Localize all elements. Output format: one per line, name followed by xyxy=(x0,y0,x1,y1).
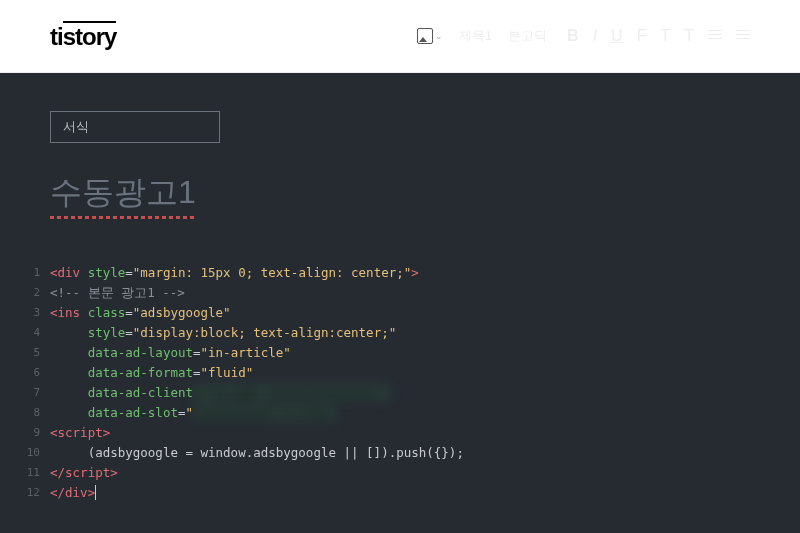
line-number: 11 xyxy=(24,463,50,483)
line-number: 12 xyxy=(24,483,50,503)
align-icon[interactable] xyxy=(708,30,722,42)
list-icon[interactable] xyxy=(736,30,750,42)
italic-button[interactable]: I xyxy=(593,27,597,45)
line-number: 9 xyxy=(24,423,50,443)
code-line[interactable]: 11</script> xyxy=(24,463,750,483)
code-line[interactable]: 8 data-ad-slot="xxxxxxxxxx"></ins> xyxy=(24,403,750,423)
code-line[interactable]: 1<div style="margin: 15px 0; text-align:… xyxy=(24,263,750,283)
code-line[interactable]: 4 style="display:block; text-align:cente… xyxy=(24,323,750,343)
format-button-1[interactable]: F xyxy=(637,27,647,45)
page-title[interactable]: 수동광고1 xyxy=(50,171,196,215)
line-number: 2 xyxy=(24,283,50,303)
code-line[interactable]: 9<script> xyxy=(24,423,750,443)
header: tistory ⌄ 제목1 본고딕 B I U F T T xyxy=(0,0,800,73)
line-number: 6 xyxy=(24,363,50,383)
code-line[interactable]: 10 (adsbygoogle = window.adsbygoogle || … xyxy=(24,443,750,463)
heading-select[interactable]: 제목1 xyxy=(459,27,492,45)
font-select[interactable]: 본고딕 xyxy=(508,27,547,45)
line-number: 3 xyxy=(24,303,50,323)
line-number: 8 xyxy=(24,403,50,423)
logo[interactable]: tistory xyxy=(50,21,116,51)
toolbar-center: ⌄ 제목1 본고딕 xyxy=(417,27,547,45)
image-icon[interactable]: ⌄ xyxy=(417,28,443,44)
code-line[interactable]: 7 data-ad-client="ca-pub-xxxxxxxxxxxxxxx… xyxy=(24,383,750,403)
line-number: 7 xyxy=(24,383,50,403)
code-area[interactable]: 1<div style="margin: 15px 0; text-align:… xyxy=(24,263,750,503)
editor: 서식 수동광고1 1<div style="margin: 15px 0; te… xyxy=(0,73,800,533)
format-button-3[interactable]: T xyxy=(684,27,694,45)
toolbar-right: B I U F T T xyxy=(567,27,750,45)
underline-button[interactable]: U xyxy=(611,27,623,45)
code-line[interactable]: 5 data-ad-layout="in-article" xyxy=(24,343,750,363)
code-line[interactable]: 2<!-- 본문 광고1 --> xyxy=(24,283,750,303)
format-button-2[interactable]: T xyxy=(660,27,670,45)
line-number: 4 xyxy=(24,323,50,343)
line-number: 5 xyxy=(24,343,50,363)
code-line[interactable]: 12</div> xyxy=(24,483,750,503)
format-box[interactable]: 서식 xyxy=(50,111,220,143)
code-line[interactable]: 6 data-ad-format="fluid" xyxy=(24,363,750,383)
line-number: 1 xyxy=(24,263,50,283)
bold-button[interactable]: B xyxy=(567,27,579,45)
text-cursor xyxy=(95,485,96,500)
line-number: 10 xyxy=(24,443,50,463)
code-line[interactable]: 3<ins class="adsbygoogle" xyxy=(24,303,750,323)
